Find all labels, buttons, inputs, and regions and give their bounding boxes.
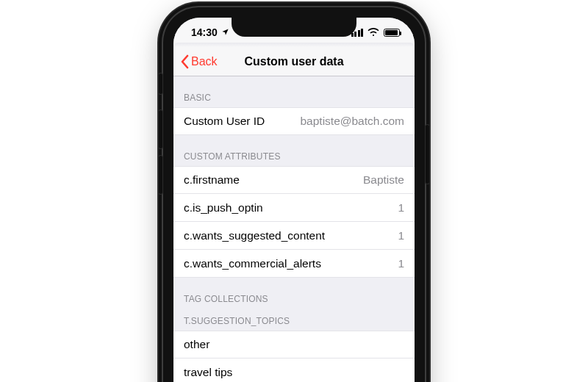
row-label: c.wants_suggested_content: [184, 229, 325, 242]
phone-screen: 14:30: [173, 18, 415, 382]
table-row[interactable]: travel tips: [173, 358, 415, 382]
navigation-bar: Back Custom user data: [173, 47, 415, 76]
row-value: 1: [398, 201, 404, 215]
section-header-basic: Basic: [173, 76, 415, 107]
row-value: 1: [398, 257, 404, 270]
status-time: 14:30: [191, 26, 218, 38]
table-row[interactable]: Custom User ID baptiste@batch.com: [173, 107, 415, 135]
volume-down-button: [159, 156, 162, 194]
row-value: 1: [398, 229, 404, 242]
section-custom-attributes: c.firstname Baptiste c.is_push_optin 1 c…: [173, 166, 415, 278]
table-row[interactable]: c.wants_commercial_alerts 1: [173, 250, 415, 278]
location-arrow-icon: [221, 26, 229, 38]
chevron-left-icon: [179, 54, 190, 69]
table-row[interactable]: c.wants_suggested_content 1: [173, 222, 415, 250]
table-row[interactable]: other: [173, 331, 415, 358]
row-value: baptiste@batch.com: [300, 115, 404, 128]
table-row[interactable]: c.is_push_optin 1: [173, 194, 415, 222]
volume-up-button: [159, 110, 162, 148]
section-header-custom-attributes: Custom Attributes: [173, 135, 415, 166]
battery-icon: [384, 29, 400, 37]
row-value: Baptiste: [363, 173, 404, 187]
section-tag-collections: other travel tips flash sales: [173, 331, 415, 382]
notch: [232, 18, 356, 37]
wifi-icon: [368, 26, 379, 38]
back-button[interactable]: Back: [173, 54, 218, 69]
row-label: c.is_push_optin: [184, 201, 263, 215]
table-row[interactable]: c.firstname Baptiste: [173, 166, 415, 194]
mute-switch: [159, 73, 162, 94]
section-subheader-suggestion-topics: t.suggestion_topics: [173, 309, 415, 331]
phone-frame: 14:30: [163, 7, 425, 382]
row-label: other: [184, 338, 209, 351]
table-view[interactable]: Basic Custom User ID baptiste@batch.com …: [173, 76, 415, 382]
row-label: c.wants_commercial_alerts: [184, 257, 321, 270]
row-label: c.firstname: [184, 173, 240, 187]
canvas: 14:30: [0, 0, 588, 382]
section-header-tag-collections: Tag Collections: [173, 278, 415, 309]
row-label: travel tips: [184, 366, 232, 379]
section-basic: Custom User ID baptiste@batch.com: [173, 107, 415, 135]
back-label: Back: [191, 55, 218, 68]
side-button: [426, 125, 429, 184]
row-label: Custom User ID: [184, 115, 265, 128]
